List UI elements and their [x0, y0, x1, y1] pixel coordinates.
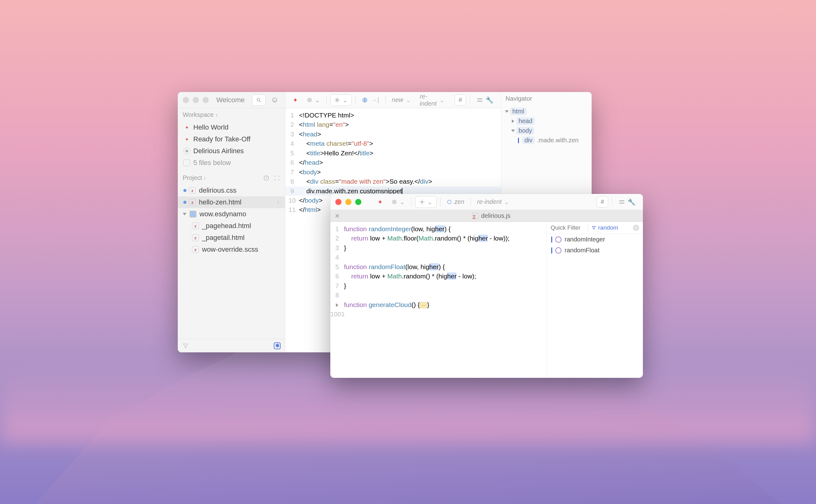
sidebar-bottom: ✱ [178, 339, 285, 352]
globe-forward[interactable]: →| [360, 94, 382, 106]
workspace-header[interactable]: Workspace› [178, 108, 285, 121]
svg-point-7 [392, 200, 396, 204]
hash-button[interactable]: # [597, 196, 608, 208]
gear-dropdown[interactable]: ⌄ [415, 196, 437, 208]
search-button[interactable] [252, 94, 266, 106]
quick-filter-input[interactable] [551, 224, 585, 231]
project-item[interactable]: zwow-override.scss [178, 244, 285, 255]
scan-icon[interactable] [274, 175, 280, 181]
navigator-tree[interactable]: htmlheadbodydiv.made.with.zen [501, 105, 592, 146]
svg-point-9 [421, 201, 423, 203]
nav-node[interactable]: head [504, 116, 592, 126]
smiley-button[interactable] [269, 94, 280, 106]
traffic-lights [183, 97, 209, 103]
window2-toolbar: ✦ ⌄ ⌄ zen re-indent ⌄ # 🔧 [330, 194, 643, 210]
workspace-list: ✦Hello World✦Ready for Take-Off✈Deliriou… [178, 121, 285, 157]
traffic-lights [335, 199, 361, 205]
svg-point-5 [337, 99, 338, 101]
rocket-icon[interactable]: ✦ [375, 196, 385, 208]
rocket-icon[interactable]: ✦ [290, 94, 300, 106]
zoom-dot[interactable] [203, 97, 209, 103]
svg-point-4 [309, 99, 310, 101]
sidebar-titlebar: Welcome [178, 92, 285, 108]
svg-point-10 [447, 200, 451, 204]
zoom-dot[interactable] [355, 199, 361, 205]
history-icon[interactable] [263, 175, 269, 181]
project-header[interactable]: Project › [178, 171, 285, 185]
close-dot[interactable] [183, 97, 189, 103]
project-item[interactable]: z_pagetail.html [178, 232, 285, 244]
hash-button[interactable]: # [455, 94, 466, 106]
file-icon: z [472, 213, 479, 219]
quick-filter-tag[interactable]: random [591, 224, 618, 231]
tab-close-icon[interactable]: ✕ [335, 212, 340, 220]
editor-pane: 1function randomInteger(low, higher) {2 … [330, 222, 547, 378]
nav-node[interactable]: body [504, 126, 592, 135]
minimize-dot[interactable] [193, 97, 199, 103]
editor-window-2: ✦ ⌄ ⌄ zen re-indent ⌄ # 🔧 ✕ z delirious.… [330, 194, 643, 378]
window-title: Welcome [216, 96, 245, 104]
symbol-item[interactable]: randomInteger [547, 234, 643, 245]
svg-point-8 [394, 201, 395, 203]
tab-title[interactable]: delirious.js [481, 212, 510, 219]
target-dropdown[interactable]: ⌄ [389, 196, 407, 208]
settings-icon[interactable]: 🔧 [616, 196, 638, 208]
project-list: zdelirious.csszhello-zen.html↑wow.esdyna… [178, 185, 285, 255]
sidebar: Welcome Workspace› ✦Hello World✦Ready fo… [178, 92, 285, 352]
code-editor[interactable]: 1function randomInteger(low, higher) {2 … [330, 222, 547, 321]
project-item[interactable]: wow.esdynamo [178, 208, 285, 220]
navigator-header: Navigator [501, 92, 592, 105]
minimize-dot[interactable] [345, 199, 351, 205]
project-item[interactable]: zhello-zen.html↑ [178, 196, 285, 208]
workspace-item[interactable]: ✦Ready for Take-Off [178, 133, 285, 145]
zen-button[interactable]: zen [444, 196, 467, 208]
workspace-item[interactable]: ✦Hello World [178, 121, 285, 133]
files-below[interactable]: 5 files below [178, 157, 285, 169]
reindent-dropdown[interactable]: re-indent ⌄ [417, 92, 447, 109]
editor-toolbar: ✦ ⌄ ⌄ →| new ⌄ re-indent ⌄ # 🔧 [285, 92, 501, 108]
filter-icon[interactable] [591, 96, 592, 102]
target-dropdown[interactable]: ⌄ [304, 94, 323, 106]
svg-point-1 [273, 98, 277, 102]
reindent-dropdown[interactable]: re-indent ⌄ [474, 196, 512, 208]
project-item[interactable]: zdelirious.css [178, 185, 285, 196]
symbol-list: randomIntegerrandomFloat [547, 234, 643, 256]
symbol-item[interactable]: randomFloat [547, 245, 643, 256]
gear-dropdown[interactable]: ⌄ [330, 94, 352, 106]
clear-filter-icon[interactable]: ✕ [633, 225, 639, 231]
symbol-navigator: random ✕ randomIntegerrandomFloat [547, 222, 643, 378]
close-dot[interactable] [335, 199, 342, 205]
nav-node[interactable]: div.made.with.zen [504, 135, 592, 145]
project-item[interactable]: z_pagehead.html [178, 220, 285, 232]
filter-icon[interactable] [182, 342, 189, 349]
add-button[interactable]: ✱ [274, 342, 281, 349]
quick-filter: random ✕ [547, 222, 643, 234]
tab-bar: ✕ z delirious.js [330, 210, 643, 222]
nav-node[interactable]: html [504, 107, 592, 116]
new-dropdown[interactable]: new ⌄ [389, 94, 414, 106]
svg-point-0 [257, 98, 260, 101]
window2-body: 1function randomInteger(low, higher) {2 … [330, 222, 643, 378]
workspace-item[interactable]: ✈Delirious Airlines [178, 145, 285, 157]
svg-point-3 [308, 98, 311, 102]
settings-icon[interactable]: 🔧 [474, 94, 496, 106]
